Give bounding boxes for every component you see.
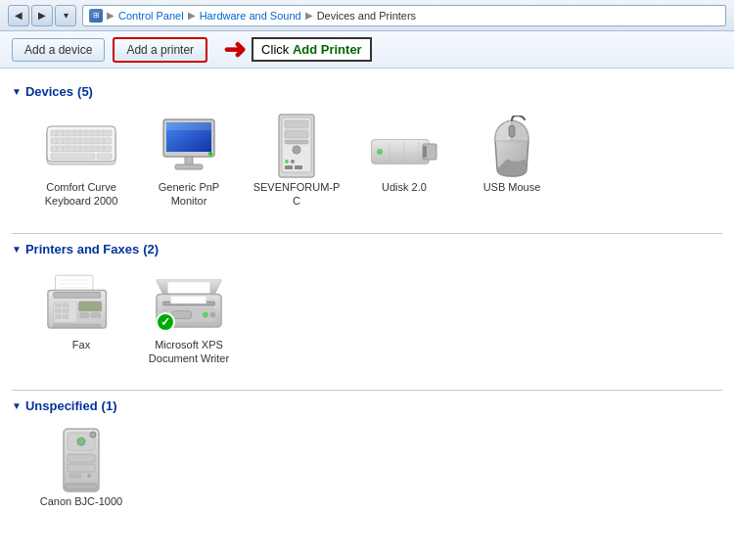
svg-rect-76 (91, 313, 101, 318)
svg-rect-72 (56, 315, 62, 319)
svg-rect-38 (185, 157, 193, 164)
svg-point-84 (210, 311, 216, 317)
svg-rect-44 (285, 130, 308, 138)
printers-triangle-icon[interactable]: ▼ (12, 244, 22, 255)
devices-label: Devices (25, 84, 73, 99)
svg-rect-71 (63, 309, 69, 313)
list-item[interactable]: Udisk 2.0 (350, 109, 458, 217)
canon-bjc-icon (46, 432, 116, 490)
monitor-icon (154, 117, 224, 176)
forward-button[interactable]: ▶ (31, 5, 53, 26)
annotation: ➜ Click Add Printer (223, 36, 372, 64)
list-item[interactable]: ✓ Microsoft XPSDocument Writer (135, 266, 243, 375)
back-button[interactable]: ◀ (8, 5, 29, 26)
unspecified-label: Unspecified (25, 398, 98, 413)
device-name: Fax (72, 338, 90, 351)
svg-rect-78 (167, 282, 209, 294)
svg-rect-51 (295, 165, 302, 169)
list-item[interactable]: Canon BJC-1000 (27, 423, 135, 517)
svg-point-88 (77, 438, 85, 445)
unspecified-section-header: ▼ Unspecified (1) (12, 398, 722, 413)
default-printer-badge: ✓ (156, 312, 175, 332)
svg-rect-2 (51, 130, 112, 136)
svg-rect-70 (56, 309, 62, 313)
svg-rect-4 (51, 146, 112, 152)
unspecified-grid: Canon BJC-1000 (12, 423, 722, 529)
breadcrumb-current: Devices and Printers (317, 10, 417, 22)
breadcrumb-control-panel[interactable]: Control Panel (118, 10, 184, 22)
recent-button[interactable]: ▾ (55, 5, 76, 26)
svg-rect-77 (54, 324, 101, 327)
address-bar: ◀ ▶ ▾ ⊞ ▶ Control Panel ▶ Hardware and S… (0, 0, 734, 31)
svg-rect-92 (66, 484, 97, 490)
keyboard-icon (46, 117, 116, 176)
device-name: Comfort CurveKeyboard 2000 (45, 180, 118, 209)
svg-rect-93 (69, 474, 81, 478)
mouse-icon (477, 117, 547, 176)
svg-rect-66 (54, 293, 101, 299)
unspecified-count: (1) (102, 398, 117, 413)
devices-count: (5) (77, 84, 93, 99)
svg-rect-37 (166, 122, 211, 130)
device-name: Udisk 2.0 (382, 180, 427, 194)
svg-rect-69 (63, 303, 69, 307)
svg-point-49 (291, 160, 295, 163)
svg-rect-75 (80, 313, 90, 318)
svg-point-56 (377, 149, 383, 155)
svg-rect-85 (172, 310, 191, 318)
device-name: SEVENFORUM-PC (253, 180, 341, 209)
svg-rect-68 (56, 303, 62, 307)
printers-section-header: ▼ Printers and Faxes (2) (12, 242, 722, 257)
svg-rect-55 (423, 146, 427, 158)
svg-point-48 (285, 160, 289, 163)
tower-pc-icon (261, 117, 332, 176)
device-name: Canon BJC-1000 (40, 494, 122, 508)
printers-count: (2) (143, 242, 159, 257)
svg-rect-39 (175, 164, 203, 169)
breadcrumb: ⊞ ▶ Control Panel ▶ Hardware and Sound ▶… (82, 5, 726, 26)
list-item[interactable]: Fax (27, 266, 135, 375)
svg-point-40 (208, 152, 212, 156)
annotation-bold-text: Add Printer (293, 42, 362, 57)
svg-rect-45 (285, 140, 308, 144)
svg-rect-90 (68, 454, 95, 462)
printer-icon: ✓ (154, 275, 224, 334)
device-name: USB Mouse (483, 180, 541, 194)
toolbar: Add a device Add a printer ➜ Click Add P… (0, 31, 734, 69)
devices-section-header: ▼ Devices (5) (12, 84, 722, 99)
svg-point-47 (295, 148, 298, 152)
breadcrumb-hardware[interactable]: Hardware and Sound (200, 10, 301, 22)
svg-rect-74 (79, 302, 102, 311)
svg-rect-5 (51, 154, 95, 160)
annotation-box: Click Add Printer (252, 37, 372, 62)
list-item[interactable]: USB Mouse (458, 109, 566, 217)
svg-point-83 (203, 311, 208, 317)
folder-icon: ⊞ (89, 9, 103, 23)
svg-rect-91 (68, 464, 95, 472)
annotation-click-text: Click (261, 42, 293, 57)
udisk-icon (369, 117, 439, 176)
svg-rect-73 (63, 315, 69, 319)
fax-icon (46, 275, 116, 334)
svg-rect-43 (285, 120, 308, 128)
svg-rect-81 (170, 296, 206, 303)
svg-rect-6 (97, 154, 112, 160)
add-device-button[interactable]: Add a device (12, 38, 105, 62)
main-content: ▼ Devices (5) (0, 69, 734, 560)
unspecified-triangle-icon[interactable]: ▼ (12, 400, 22, 411)
printers-grid: Fax (12, 266, 722, 387)
devices-triangle-icon[interactable]: ▼ (12, 86, 22, 97)
list-item[interactable]: Comfort CurveKeyboard 2000 (27, 109, 135, 217)
svg-rect-50 (285, 165, 293, 169)
list-item[interactable]: Generic PnPMonitor (135, 109, 243, 217)
svg-rect-3 (51, 138, 112, 144)
nav-buttons: ◀ ▶ ▾ (8, 5, 76, 26)
add-printer-button[interactable]: Add a printer (113, 37, 207, 63)
device-name: Generic PnPMonitor (159, 180, 219, 209)
list-item[interactable]: SEVENFORUM-PC (243, 109, 350, 217)
device-name: Microsoft XPSDocument Writer (149, 338, 229, 366)
svg-point-89 (90, 432, 96, 438)
svg-point-94 (87, 474, 91, 478)
svg-rect-60 (509, 125, 515, 137)
red-arrow-icon: ➜ (223, 36, 246, 64)
